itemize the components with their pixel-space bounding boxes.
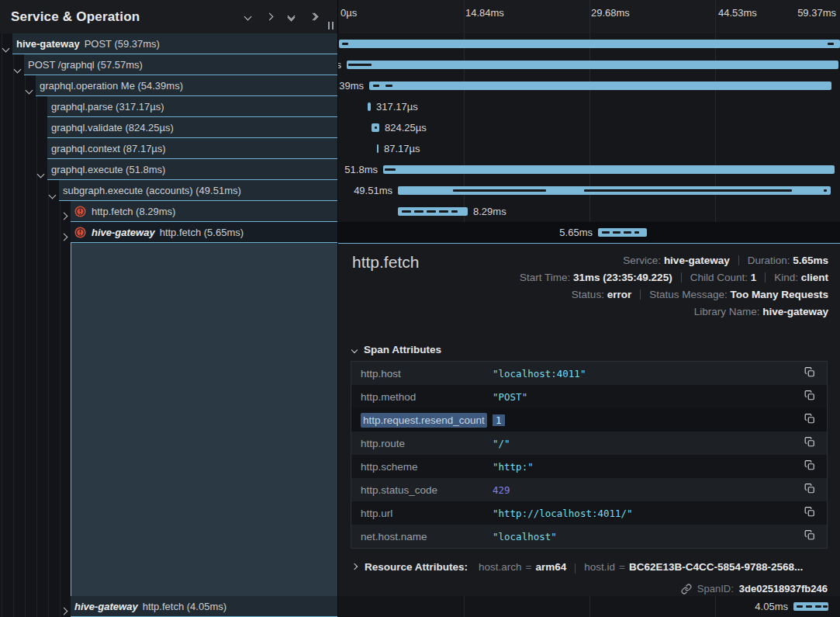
attribute-value: "localhost" [493, 531, 793, 542]
tree-row: hive-gatewayhttp.fetch (5.65ms) [0, 222, 337, 243]
panel-resize-handle[interactable] [328, 22, 334, 29]
copy-button[interactable] [793, 436, 827, 450]
chevron-right-icon[interactable] [61, 229, 71, 243]
timeline-row: 57.57ms [338, 54, 840, 75]
attribute-row[interactable]: http.route"/" [351, 432, 827, 455]
bar-segment-dash [451, 210, 458, 213]
service-name: hive-gateway [16, 38, 80, 50]
copy-icon [804, 436, 815, 450]
axis-tick-label: 0µs [340, 7, 357, 19]
attribute-row[interactable]: http.host"localhost:4011" [351, 362, 827, 385]
collapse-all-button[interactable] [289, 13, 294, 20]
span-node[interactable]: graphql.operation Me (54.39ms) [36, 75, 337, 96]
attribute-row[interactable]: http.scheme"http:" [351, 455, 827, 478]
resource-attributes-toggle[interactable]: Resource Attributes:host.arch=arm64host.… [352, 556, 828, 577]
duration-label: 87.17µs [384, 138, 420, 159]
chevron-right-icon[interactable] [352, 563, 358, 570]
chevron-down-icon[interactable] [15, 61, 24, 75]
attribute-row[interactable]: http.method"POST" [351, 385, 827, 408]
attribute-value: "http://localhost:4011/" [493, 508, 793, 519]
span-node[interactable]: hive-gatewayhttp.fetch (4.05ms) [71, 596, 337, 617]
copy-button[interactable] [793, 366, 827, 380]
chevron-right-icon[interactable] [61, 208, 71, 222]
tree-row: graphql.parse (317.17µs) [0, 96, 337, 117]
span-node[interactable]: hive-gatewayPOST (59.37ms) [12, 33, 337, 54]
meta-value: client [801, 272, 828, 283]
attribute-row[interactable]: http.status_code429 [351, 478, 827, 501]
span-node[interactable]: graphql.context (87.17µs) [47, 138, 337, 159]
copy-button[interactable] [793, 483, 827, 497]
span-bar[interactable] [369, 81, 831, 90]
copy-icon [804, 366, 815, 380]
span-bar[interactable] [398, 186, 831, 195]
span-meta: Service: hive-gatewayDuration: 5.65msSta… [520, 252, 828, 321]
copy-button[interactable] [793, 529, 827, 543]
span-attributes-header[interactable]: Span Attributes [352, 344, 441, 355]
attribute-row[interactable]: net.host.name"localhost" [351, 525, 827, 548]
chevron-down-icon[interactable] [351, 346, 358, 352]
copy-icon [804, 483, 815, 497]
expand-all-button[interactable] [310, 14, 317, 19]
attribute-value: "/" [493, 438, 793, 449]
span-bar[interactable] [339, 40, 840, 48]
attribute-row[interactable]: http.request.resend_count1 [351, 408, 827, 432]
timeline-row: 5.65ms [338, 222, 840, 243]
duration-label: 49.51ms [354, 180, 392, 201]
span-bar[interactable] [368, 102, 371, 111]
timeline-row: 317.17µs [338, 96, 840, 117]
span-bar[interactable] [398, 207, 468, 216]
span-bar[interactable] [372, 123, 379, 132]
span-bar[interactable] [598, 228, 647, 237]
error-icon [74, 206, 86, 217]
expand-node-button[interactable] [267, 14, 272, 19]
span-node[interactable]: POST /graphql (57.57ms) [24, 54, 337, 75]
span-bar[interactable] [377, 144, 379, 153]
timeline-row: 87.17µs [338, 138, 840, 159]
span-bar[interactable] [347, 61, 838, 69]
resource-divider [575, 563, 576, 574]
bar-segment-dash [602, 231, 610, 234]
span-node[interactable]: graphql.validate (824.25µs) [47, 117, 337, 138]
span-node[interactable]: graphql.parse (317.17µs) [47, 96, 337, 117]
span-detail-panel: http.fetch Service: hive-gatewayDuration… [338, 243, 840, 596]
span-node[interactable]: graphql.execute (51.8ms) [47, 159, 337, 180]
chevron-down-icon[interactable] [50, 187, 59, 201]
duration-label: 5.65ms [559, 222, 593, 243]
collapse-node-button[interactable] [245, 14, 251, 19]
span-node[interactable]: subgraph.execute (accounts) (49.51ms) [59, 180, 337, 201]
bar-segment-dash [613, 231, 620, 234]
expanded-children-region [71, 243, 337, 596]
span-bar[interactable] [793, 602, 828, 611]
timeline-row: 8.29ms [338, 201, 840, 222]
duration-label: 51.8ms [344, 159, 378, 180]
span-title: http.fetch [352, 253, 419, 272]
span-name: http.fetch (8.29ms) [92, 206, 175, 217]
copy-button[interactable] [793, 390, 827, 404]
resource-equals: = [526, 561, 532, 573]
link-icon[interactable] [681, 584, 692, 594]
span-bar[interactable] [383, 165, 835, 174]
duration-label: 57.57ms [338, 54, 341, 75]
resource-equals: = [619, 561, 625, 573]
chevron-down-icon[interactable] [26, 82, 36, 96]
duration-label: 54.39ms [338, 75, 364, 96]
axis-tick-label: 59.37ms [797, 7, 836, 19]
bar-segment-dash [823, 605, 828, 608]
attribute-value-selection: 1 [493, 414, 505, 426]
copy-button[interactable] [793, 413, 827, 427]
attribute-row[interactable]: http.url"http://localhost:4011/" [351, 501, 827, 525]
chevron-down-icon[interactable] [3, 40, 12, 54]
span-name: subgraph.execute (accounts) (49.51ms) [63, 185, 241, 196]
chevron-right-icon[interactable] [61, 603, 71, 617]
resource-value: BC62E13B-C4CC-5854-9788-2568... [629, 561, 803, 573]
copy-button[interactable] [793, 459, 827, 473]
copy-button[interactable] [793, 506, 827, 520]
meta-value: hive-gateway [762, 306, 828, 317]
span-node[interactable]: http.fetch (8.29ms) [71, 201, 337, 222]
span-node[interactable]: hive-gatewayhttp.fetch (5.65ms) [71, 222, 337, 243]
tree-header: Service & Operation [0, 0, 337, 33]
copy-icon [804, 390, 815, 404]
resource-key: host.id [584, 561, 615, 573]
chevron-down-icon[interactable] [38, 166, 47, 180]
bar-segment-dash [797, 605, 803, 608]
